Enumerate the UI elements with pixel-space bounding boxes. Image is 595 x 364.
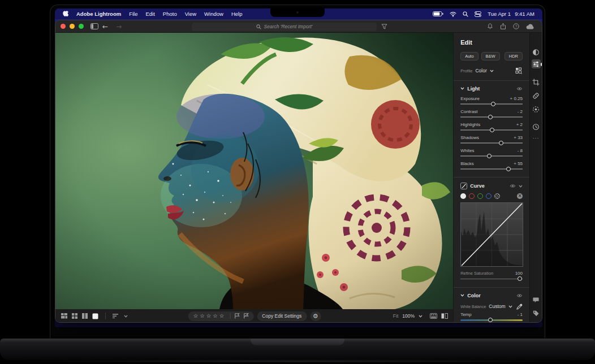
light-visibility-eye-icon[interactable] [516, 86, 523, 91]
slider-track[interactable] [460, 101, 523, 106]
battery-icon[interactable] [433, 11, 443, 16]
refine-saturation-knob[interactable] [518, 276, 522, 281]
color-section-header[interactable]: Color [460, 293, 523, 298]
sort-icon[interactable] [113, 314, 119, 319]
edit-settings-gear-button[interactable]: ⚙ [310, 311, 321, 321]
photo-canvas[interactable]: ☆☆☆☆☆ Copy Edit Settings [55, 33, 453, 323]
bw-button[interactable]: B&W [481, 52, 500, 60]
slider-knob[interactable] [506, 167, 511, 171]
notifications-bell-icon[interactable] [487, 23, 493, 29]
zoom-button[interactable] [79, 24, 84, 29]
profile-caret-icon[interactable] [490, 70, 494, 72]
slider-label: Exposure [460, 96, 480, 101]
filter-icon[interactable] [381, 24, 387, 29]
crop-tool[interactable] [532, 77, 541, 86]
slider-track[interactable] [460, 127, 523, 132]
fit-label[interactable]: Fit [393, 313, 398, 319]
slider-knob[interactable] [499, 141, 503, 145]
channel-all-button[interactable] [460, 193, 466, 199]
share-icon[interactable] [500, 23, 506, 29]
photo-grid-view-icon[interactable] [61, 313, 67, 319]
zoom-caret-icon[interactable] [419, 315, 422, 318]
close-button[interactable] [61, 24, 66, 29]
healing-tool[interactable] [532, 91, 541, 100]
masking-tool[interactable] [532, 105, 541, 114]
slider-knob[interactable] [488, 115, 493, 119]
white-balance-value[interactable]: Custom [489, 304, 505, 309]
curve-section-header[interactable]: Curve [460, 183, 523, 189]
light-section-header[interactable]: Light [460, 86, 523, 92]
menubar-app-name[interactable]: Adobe Lightroom [76, 11, 121, 17]
forward-button[interactable]: → [116, 23, 122, 30]
search-input[interactable]: Search 'Recent Import' [192, 23, 377, 31]
detail-view-icon[interactable] [92, 313, 98, 319]
curve-visibility-eye-icon[interactable] [510, 184, 516, 188]
menubar-clock[interactable]: 9:41 AM [515, 11, 534, 17]
sidebar-toggle-icon[interactable] [90, 23, 98, 29]
slider-knob[interactable] [490, 128, 494, 132]
keywords-button[interactable] [532, 309, 541, 318]
cloud-sync-icon[interactable] [526, 24, 534, 29]
compare-view-icon[interactable] [82, 313, 88, 319]
menu-view[interactable]: View [185, 11, 196, 17]
minimize-button[interactable] [70, 24, 75, 29]
slider-track[interactable] [460, 114, 523, 119]
profile-value[interactable]: Color [475, 68, 486, 73]
slider-knob[interactable] [487, 154, 491, 158]
refine-saturation-row: Refine Saturation 100 [460, 271, 523, 276]
control-center-icon[interactable] [475, 11, 481, 17]
color-visibility-eye-icon[interactable] [516, 293, 523, 298]
comments-button[interactable] [532, 296, 541, 305]
channel-red-button[interactable] [469, 193, 475, 199]
slider-track[interactable] [460, 140, 523, 145]
menubar-date[interactable]: Tue Apr 1 [488, 11, 511, 17]
menubar-status-area: Tue Apr 1 9:41 AM [433, 11, 534, 17]
browse-profiles-icon[interactable] [515, 67, 523, 75]
spotlight-search-icon[interactable] [463, 11, 468, 17]
channel-parametric-button[interactable] [494, 193, 500, 199]
menu-window[interactable]: Window [204, 11, 223, 17]
menu-file[interactable]: File [129, 11, 137, 17]
help-icon[interactable]: ? [513, 23, 519, 29]
versions-tool[interactable] [532, 122, 541, 131]
channel-green-button[interactable] [477, 193, 483, 199]
star-rating[interactable]: ☆☆☆☆☆ [193, 313, 226, 319]
slider-label: Blacks [460, 161, 474, 166]
menu-help[interactable]: Help [231, 11, 243, 17]
curve-collapse-caret-icon[interactable] [519, 185, 523, 188]
sort-caret-icon[interactable] [124, 315, 128, 318]
curve-channels: × [460, 193, 523, 199]
wifi-icon[interactable] [450, 11, 456, 17]
slider-track[interactable] [460, 166, 523, 171]
menu-edit[interactable]: Edit [145, 11, 154, 17]
refine-saturation-slider[interactable] [460, 276, 523, 281]
white-balance-caret-icon[interactable] [508, 305, 512, 308]
hdr-button[interactable]: HDR [505, 52, 523, 60]
healing-brush-icon [532, 92, 540, 99]
before-after-icon[interactable] [441, 313, 448, 319]
panel-divider [454, 177, 529, 177]
apple-menu[interactable] [63, 11, 68, 18]
zoom-level[interactable]: 100% [402, 313, 415, 319]
more-tools-button[interactable]: ··· [532, 134, 541, 143]
temp-slider[interactable] [460, 318, 523, 323]
pick-flag-icon[interactable] [234, 313, 239, 319]
square-grid-view-icon[interactable] [72, 313, 77, 319]
channel-blue-button[interactable] [486, 193, 491, 199]
slider-knob[interactable] [491, 102, 495, 106]
reject-flag-icon[interactable] [243, 313, 248, 319]
temp-knob[interactable] [488, 318, 493, 322]
tone-adjust-tool[interactable] [532, 47, 541, 57]
slider-track[interactable] [460, 153, 523, 158]
back-button[interactable]: ← [102, 23, 108, 30]
eyedropper-icon[interactable] [516, 304, 523, 310]
edit-sliders-tool[interactable] [532, 59, 541, 68]
auto-button[interactable]: Auto [460, 52, 478, 60]
copy-edit-settings-button[interactable]: Copy Edit Settings [257, 311, 307, 321]
curve-reset-button[interactable]: × [517, 193, 523, 199]
adjustment-slider: Shadows + 33 [460, 135, 523, 146]
tone-curve-chart[interactable] [460, 202, 523, 267]
zoom-controls: Fit 100% [393, 313, 448, 319]
menu-photo[interactable]: Photo [163, 11, 177, 17]
filmstrip-toggle-icon[interactable] [430, 313, 437, 319]
